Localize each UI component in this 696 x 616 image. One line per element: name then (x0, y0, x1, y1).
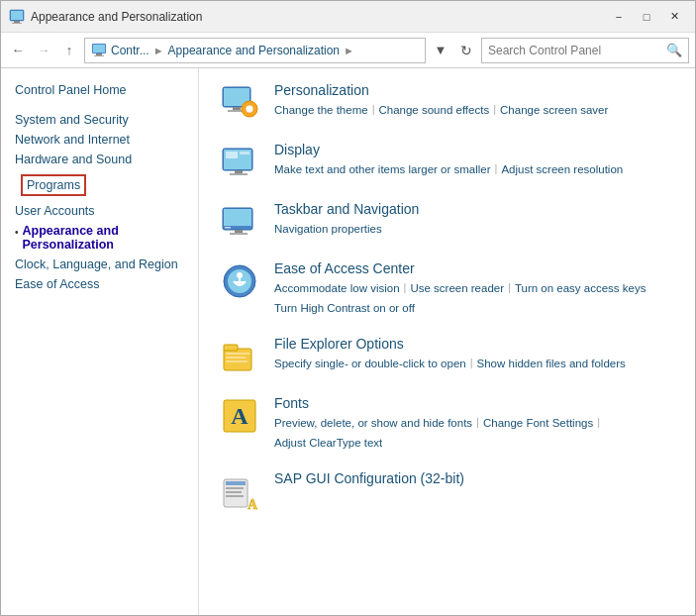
svg-rect-1 (11, 11, 23, 20)
back-button[interactable]: ← (7, 40, 29, 61)
list-item: Personalization Change the theme | Chang… (219, 82, 675, 124)
use-screen-reader-link[interactable]: Use screen reader (410, 279, 504, 297)
sidebar-item-programs[interactable]: Programs (21, 174, 86, 196)
adjust-cleartype-link[interactable]: Adjust ClearType text (274, 434, 382, 452)
accommodate-low-vision-link[interactable]: Accommodate low vision (274, 279, 400, 297)
minimize-button[interactable]: − (606, 7, 632, 27)
svg-text:A: A (231, 403, 249, 429)
fonts-title[interactable]: Fonts (274, 395, 675, 411)
app-icon (9, 9, 25, 25)
ease-of-access-text: Ease of Access Center Accommodate low vi… (274, 260, 675, 318)
sidebar-item-appearance[interactable]: • Appearance and Personalization (1, 221, 198, 255)
svg-rect-2 (14, 21, 20, 23)
taskbar-title[interactable]: Taskbar and Navigation (274, 201, 675, 217)
list-item: File Explorer Options Specify single- or… (219, 336, 675, 377)
sidebar-item-clock[interactable]: Clock, Language, and Region (1, 255, 198, 274)
svg-rect-23 (225, 227, 231, 229)
svg-rect-40 (226, 487, 244, 489)
svg-rect-5 (93, 45, 105, 52)
taskbar-text: Taskbar and Navigation Navigation proper… (274, 201, 675, 238)
sidebar-item-system[interactable]: System and Security (1, 110, 198, 130)
list-item: Taskbar and Navigation Navigation proper… (219, 201, 675, 243)
sidebar-item-home[interactable]: Control Panel Home (1, 80, 198, 100)
sap-title[interactable]: SAP GUI Configuration (32-bit) (274, 470, 675, 486)
svg-rect-3 (12, 23, 22, 24)
svg-point-28 (237, 272, 243, 278)
display-text: Display Make text and other items larger… (274, 142, 675, 178)
ease-of-access-links: Accommodate low vision | Use screen read… (274, 279, 675, 318)
dropdown-button[interactable]: ▼ (430, 40, 451, 61)
fonts-text: Fonts Preview, delete, or show and hide … (274, 395, 675, 453)
svg-rect-34 (226, 357, 246, 359)
refresh-button[interactable]: ↻ (455, 40, 477, 61)
active-bullet: • (15, 227, 19, 238)
fonts-links: Preview, delete, or show and hide fonts … (274, 414, 675, 453)
search-input[interactable] (488, 44, 662, 57)
make-text-larger-link[interactable]: Make text and other items larger or smal… (274, 160, 491, 178)
svg-rect-31 (224, 349, 251, 370)
maximize-button[interactable]: □ (634, 7, 659, 27)
svg-rect-17 (230, 173, 248, 175)
sap-text: SAP GUI Configuration (32-bit) (274, 470, 675, 489)
list-item: A SAP GUI Configuration (32-bit) (219, 470, 675, 512)
path-appearance[interactable]: Appearance and Personalization (168, 44, 340, 57)
window-controls: − □ ✕ (606, 7, 687, 27)
svg-point-13 (246, 105, 253, 113)
file-explorer-title[interactable]: File Explorer Options (274, 336, 675, 352)
change-screensaver-link[interactable]: Change screen saver (500, 101, 608, 119)
address-bar: ← → ↑ Contr... ► Appearance and Personal… (1, 33, 695, 68)
svg-rect-39 (226, 481, 246, 485)
file-explorer-icon (219, 336, 260, 377)
personalization-text: Personalization Change the theme | Chang… (274, 82, 675, 119)
change-font-settings-link[interactable]: Change Font Settings (483, 414, 593, 432)
preview-delete-fonts-link[interactable]: Preview, delete, or show and hide fonts (274, 414, 472, 432)
personalization-title[interactable]: Personalization (274, 82, 675, 98)
turn-high-contrast-link[interactable]: Turn High Contrast on or off (274, 299, 415, 317)
ease-of-access-icon (219, 260, 260, 302)
change-sound-link[interactable]: Change sound effects (378, 101, 489, 119)
navigation-properties-link[interactable]: Navigation properties (274, 220, 382, 238)
svg-rect-10 (233, 107, 241, 110)
control-panel-icon (91, 43, 107, 58)
svg-rect-16 (235, 170, 243, 173)
svg-rect-18 (226, 152, 238, 158)
turn-on-easy-access-keys-link[interactable]: Turn on easy access keys (515, 279, 646, 297)
ease-of-access-title[interactable]: Ease of Access Center (274, 260, 675, 276)
search-box[interactable]: 🔍 (481, 38, 689, 63)
sidebar-item-user-accounts[interactable]: User Accounts (1, 201, 198, 221)
svg-rect-6 (96, 53, 102, 55)
display-links: Make text and other items larger or smal… (274, 160, 675, 178)
svg-rect-25 (230, 233, 248, 235)
adjust-resolution-link[interactable]: Adjust screen resolution (501, 160, 623, 178)
sidebar-item-network[interactable]: Network and Internet (1, 130, 198, 150)
single-double-click-link[interactable]: Specify single- or double-click to open (274, 355, 466, 372)
sidebar-item-hardware[interactable]: Hardware and Sound (1, 150, 198, 169)
content-area: Personalization Change the theme | Chang… (199, 68, 695, 616)
path-control-panel[interactable]: Contr... (111, 44, 149, 57)
window-title: Appearance and Personalization (31, 10, 606, 24)
file-explorer-links: Specify single- or double-click to open … (274, 355, 675, 372)
title-bar: Appearance and Personalization − □ ✕ (1, 1, 695, 33)
svg-rect-35 (226, 360, 248, 362)
up-button[interactable]: ↑ (58, 40, 80, 61)
forward-button[interactable]: → (33, 40, 54, 61)
sap-icon: A (219, 470, 260, 512)
change-theme-link[interactable]: Change the theme (274, 101, 368, 119)
sidebar-item-ease[interactable]: Ease of Access (1, 274, 198, 294)
svg-rect-41 (226, 491, 242, 493)
sidebar-active-label: Appearance and Personalization (23, 224, 184, 252)
svg-rect-33 (226, 353, 249, 355)
svg-rect-42 (226, 495, 244, 497)
personalization-links: Change the theme | Change sound effects … (274, 101, 675, 119)
search-button[interactable]: 🔍 (666, 43, 682, 57)
close-button[interactable]: ✕ (661, 7, 687, 27)
sidebar: Control Panel Home System and Security N… (1, 68, 199, 616)
svg-text:A: A (248, 497, 258, 511)
display-title[interactable]: Display (274, 142, 675, 157)
list-item: Ease of Access Center Accommodate low vi… (219, 260, 675, 318)
address-path[interactable]: Contr... ► Appearance and Personalizatio… (84, 38, 426, 63)
file-explorer-text: File Explorer Options Specify single- or… (274, 336, 675, 372)
show-hidden-files-link[interactable]: Show hidden files and folders (477, 355, 626, 372)
svg-rect-32 (224, 345, 238, 351)
list-item: Display Make text and other items larger… (219, 142, 675, 183)
